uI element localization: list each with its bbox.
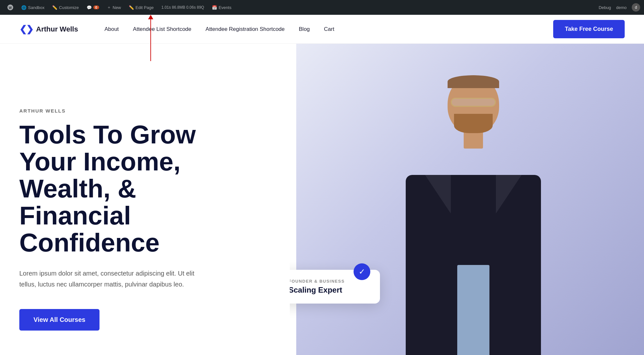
person-hair [448, 75, 499, 88]
sandbox-label: Sandbox [28, 5, 44, 10]
navbar: ❮❯ Arthur Wells About Attendee List Shor… [0, 15, 644, 44]
nav-link-about[interactable]: About [97, 15, 126, 44]
hero-section: ARTHUR WELLS Tools To Grow Your Income, … [0, 44, 644, 355]
logo-icon: ❮❯ [19, 24, 33, 34]
comments-button[interactable]: 💬 0 [83, 0, 102, 15]
customize-button[interactable]: ✏️ Customize [49, 0, 82, 15]
hero-content: ARTHUR WELLS Tools To Grow Your Income, … [19, 69, 238, 331]
sandbox-button[interactable]: 🌐 Sandbox [18, 0, 48, 15]
pencil-icon: ✏️ [52, 5, 57, 10]
badge-label: FOUNDER & BUSINESS [290, 279, 345, 284]
badge-text-area: FOUNDER & BUSINESS Scaling Expert [290, 279, 345, 295]
take-free-course-button[interactable]: Take Free Course [553, 20, 625, 38]
checkmark-icon: ✓ [354, 263, 370, 280]
person-glasses [451, 98, 496, 107]
nav-links: About Attendee List Shortcode Attendee R… [97, 15, 553, 44]
edit-page-label: Edit Page [136, 5, 154, 10]
demo-label: demo [616, 5, 627, 10]
founder-badge-card: ✓ FOUNDER & BUSINESS Scaling Expert [290, 270, 380, 304]
globe-icon: 🌐 [21, 5, 26, 10]
plus-icon: ＋ [107, 5, 111, 10]
nav-link-cart[interactable]: Cart [317, 15, 341, 44]
view-all-courses-button[interactable]: View All Courses [19, 309, 99, 331]
wp-logo-icon: W [7, 4, 14, 11]
lapel-right [496, 175, 522, 214]
customize-label: Customize [59, 5, 79, 10]
comments-count: 0 [93, 5, 99, 9]
person-figure [361, 56, 586, 355]
svg-text:W: W [9, 6, 12, 10]
person-shirt [457, 265, 489, 355]
comment-icon: 💬 [87, 5, 92, 10]
hero-person-image: ✓ FOUNDER & BUSINESS Scaling Expert [296, 44, 644, 355]
admin-bar-right: Debug demo d [599, 3, 640, 12]
perf-stats: 1.01s 86.8MB 0.06s 89Q [158, 0, 207, 15]
perf-stats-text: 1.01s 86.8MB 0.06s 89Q [161, 5, 204, 10]
admin-bar-left: W 🌐 Sandbox ✏️ Customize 💬 0 ＋ New ✏️ Ed… [4, 0, 599, 15]
nav-link-attendee-reg[interactable]: Attendee Registration Shortcode [198, 15, 292, 44]
hero-title: Tools To Grow Your Income, Wealth, & Fin… [19, 121, 238, 256]
debug-link[interactable]: Debug [599, 5, 611, 10]
logo-text: Arthur Wells [36, 25, 78, 33]
person-beard [454, 114, 493, 133]
hero-eyebrow: ARTHUR WELLS [19, 108, 238, 114]
new-button[interactable]: ＋ New [104, 0, 124, 15]
nav-link-blog[interactable]: Blog [292, 15, 317, 44]
wp-logo-button[interactable]: W [4, 0, 17, 15]
new-label: New [113, 5, 121, 10]
person-body [406, 175, 541, 355]
badge-title: Scaling Expert [290, 286, 345, 295]
lapel-left [425, 175, 451, 214]
nav-link-attendee-list[interactable]: Attendee List Shortcode [126, 15, 198, 44]
edit-page-button[interactable]: ✏️ Edit Page [126, 0, 157, 15]
user-avatar[interactable]: d [632, 3, 640, 12]
hero-image-area: ✓ FOUNDER & BUSINESS Scaling Expert [290, 44, 644, 355]
hero-description: Lorem ipsum dolor sit amet, consectetur … [19, 268, 206, 290]
calendar-icon: 📅 [212, 5, 217, 10]
person-head [448, 75, 499, 133]
events-label: Events [219, 5, 232, 10]
edit-icon: ✏️ [129, 5, 134, 10]
events-button[interactable]: 📅 Events [209, 0, 235, 15]
admin-bar: W 🌐 Sandbox ✏️ Customize 💬 0 ＋ New ✏️ Ed… [0, 0, 644, 15]
logo[interactable]: ❮❯ Arthur Wells [19, 24, 78, 34]
